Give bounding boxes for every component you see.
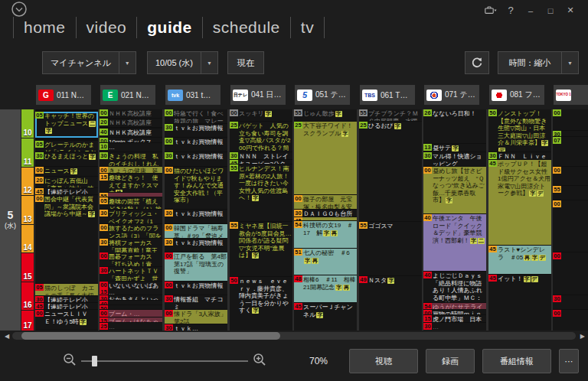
tools-icon[interactable] [481,5,501,16]
program-cell[interactable]: 45 [294,217,357,220]
hour-cell[interactable]: 17 [21,311,34,331]
program-cell[interactable]: 30ブリティッシュ・ベイクオフ2（14）「パ [100,210,162,223]
program-cell[interactable]: 30ＦＮＮ Ｌｉｖｅ Ｎ [488,152,551,159]
program-cell[interactable]: 0010min.ボックス [100,138,162,142]
channel-filter-dropdown[interactable]: マイチャンネル ▼ [42,51,136,74]
program-cell[interactable]: 30きょうの料理 私のイチおし！れんこんレシ [100,152,162,166]
program-cell[interactable]: 10… [100,143,162,151]
program-cell[interactable]: 30… [423,323,486,331]
program-cell[interactable]: 40ＮＨＫ高校講座 世界 [100,129,162,137]
nav-item-schedule[interactable]: schedule [213,18,280,37]
program-cell[interactable]: 00懐ドラ「3人家族」第2話 [165,310,227,324]
program-cell[interactable]: 00旅するためのフランス語（3）「関を紹って [100,224,162,238]
program-cell[interactable]: 20にっぽん百低山「夜叉ヶ池山・岐阜」 [35,177,98,187]
program-cell[interactable]: 00ｔｖｋお買物情報 [165,282,227,295]
channel-header[interactable]: 5051 テ… [295,85,350,105]
program-cell[interactable]: 25… [100,323,162,330]
program-cell[interactable]: 30マル得！快適ショッピング [423,152,486,166]
zoom-out-icon[interactable] [63,353,77,370]
program-cell[interactable]: 25ひるおび字 [359,122,422,221]
program-cell[interactable]: 30情報番組 マチコミ [165,295,227,309]
program-cell[interactable]: 00 [553,167,588,185]
program-cell[interactable]: 40よじごじＤａｙｓ「絶品料理に物語あり！人情あふれる町中華」ＭＣ：長野博 [423,272,486,302]
time-scale-dropdown[interactable]: 時間：縮小 ▼ [498,51,579,74]
program-cell[interactable]: 45キユーピー3分クッキング [230,160,292,164]
nav-item-video[interactable]: video [87,18,127,37]
close-button[interactable]: ✕ [560,5,580,15]
program-cell[interactable]: 45【連続テレビ小説】び [35,303,98,309]
hour-cell[interactable]: 16 [21,282,34,310]
help-button[interactable]: ? [501,5,521,16]
program-cell[interactable]: 45イット！字デ [488,275,551,331]
scroll-right-arrow-icon[interactable]: ▶ [580,333,585,340]
nav-item-guide[interactable]: guide [147,18,192,37]
program-cell[interactable]: 15… [100,288,162,295]
program-cell[interactable]: 15趣味どきっ！ 使えてますか？スマホ終 [100,174,162,192]
program-cell[interactable]: 00猫のひたいほどワイド▽秋もやります！みんなで交通安全大作戦！（平塚市） [165,167,227,209]
now-button[interactable]: 現在 [227,51,264,74]
channel-header[interactable]: 日テレ041 日… [230,85,286,105]
program-cell[interactable]: 30将棋フォーカス「開幕直前！竜王戦七番勝負 [100,239,162,252]
program-cell[interactable]: 51七人の秘密 ＃6字再 [294,249,357,275]
program-cell[interactable]: 00囲碁フォーカス「打ち込め！青春！囲碁の甲 [100,252,162,266]
program-cell[interactable]: 00 [553,200,588,252]
program-cell[interactable]: 30 [553,295,588,309]
program-cell[interactable]: 25バゲット 人気の立ち食い寿司を調査▽高級パスタが200円で作れる？簡単パスタ [230,122,292,151]
program-cell[interactable]: 00特急で行く！食べ放題の旅 マレーシア編 [165,109,227,123]
program-cell[interactable]: 45ラスト♥シンデレラ ＃05再字デ [488,246,551,274]
program-cell[interactable]: 30 [553,131,588,136]
program-cell[interactable]: 00 [553,310,588,331]
program-cell[interactable]: 30ｔｖｋお買物情報 [165,124,227,137]
zoom-in-icon[interactable] [253,353,266,370]
more-button[interactable]: ⋯ [559,349,579,373]
hour-cell[interactable]: 11 [21,138,34,167]
minimize-button[interactable]: – [521,6,541,15]
program-cell[interactable]: 00国会中継「代表質問」～衆議院本会議場から中継～字 [35,195,98,283]
program-cell[interactable]: 00韓国ドラマ「福寿草」＃99「脅迫メール」 [165,224,227,238]
record-button[interactable]: 録画 [426,349,475,373]
hour-cell[interactable]: 15 [21,253,34,282]
program-cell[interactable]: 45ポップＵＰ！【超ド級サクセス女性1億円アクセ＆犬用家電▽山田涼介トーク参戦】… [488,160,551,245]
program-cell[interactable]: 50ｎｅｗｓ ｅｖｅｒｙ．藤井貴彦、陣内貴美子がきょう一日を分かりやすく字 [230,277,292,331]
program-cell[interactable]: 00ブーム・… [100,310,162,317]
program-cell[interactable]: 13昼サテ字 [423,144,486,151]
program-cell[interactable]: 00ｔｖｋお買物情報 [165,138,227,151]
program-cell[interactable]: 26なないろ日和！ [423,109,486,143]
program-cell[interactable]: 05グレーテルのかまど「“ライオンのおや [35,141,98,151]
program-cell[interactable]: 05キャッチ！世界のトップニュース二字 [35,112,98,138]
program-cell[interactable]: 30ｔｖｋお買物情報 [165,239,227,252]
program-cell[interactable]: 30ＮＮＮ ストレイトニュース [230,152,292,159]
program-cell[interactable]: 30ハートネットＴＶ「森田かずよ 世界に一つ [100,267,162,281]
program-cell[interactable]: 15ブーム・はなちゃん [100,318,162,322]
zoom-slider-thumb[interactable] [92,356,97,366]
program-cell[interactable]: 30【連続テレビ小説】び [35,296,98,302]
program-cell[interactable]: 55ミヤネ屋【旧統一教会が5度目会見…関係者が語る疑問▽“女児不明”進展は】字 [230,222,292,276]
date-dropdown[interactable]: 10/05 (水) ▼ [147,51,218,74]
program-cell[interactable]: 00 [553,109,588,130]
program-cell[interactable]: 30ｔｖｋお買物情報 [165,210,227,223]
nav-item-home[interactable]: home [24,18,66,37]
watch-button[interactable]: 視聴 [349,349,418,373]
refresh-button[interactable] [465,51,489,74]
program-cell[interactable]: 30ひるまえほっと字 [35,152,98,166]
program-cell[interactable]: 00江戸を斬る 第4部 第17話「瑠璃玉の復讐」 [165,252,227,281]
program-cell[interactable]: 30おかあさんといっしょ [100,295,162,300]
scrollbar-thumb[interactable] [21,332,280,340]
program-cell[interactable]: 50ノンストップ！【意外な動物驚き生態▽岡山・日本三大庭園▽山田涼介＆川栄李奈】… [488,109,551,151]
program-cell[interactable]: 00ニュース字 [35,167,98,176]
program-cell[interactable]: 25大下容子ワイド！スクランブル字 [294,122,357,194]
program-cell[interactable]: 05猫のしっぽ カエルの手「長く大切に」字 [35,284,98,295]
program-cell[interactable]: 45スーパーＪチャンネル字 [294,303,357,331]
channel-header[interactable]: TOKYO 1 [554,85,588,105]
program-cell[interactable]: 55ヒルナンデス！南原×若林の2人旅！一度は行きたい今女性人気の佐渡島へ！字 [230,164,292,221]
channel-header[interactable]: 081 フ… [489,85,544,105]
program-cell[interactable]: 55じゅん散歩字 [294,109,357,121]
program-cell[interactable]: 55ゴゴスマ [359,222,422,275]
scrollbar-track[interactable] [12,332,576,340]
program-cell[interactable]: 55… [100,193,162,197]
program-cell[interactable]: 00ＮＨＫ高校講座 歴史 [100,109,162,118]
channel-header[interactable]: E021 N… [100,85,155,105]
program-cell[interactable]: 45【連続テレビ小説】舞 [35,188,98,194]
program-cell[interactable]: 00昼めし旅【甘さピーナッツ超え “Ｑなっつ”炊き込みご飯…千葉県香取市】字 [423,167,486,213]
program-cell[interactable]: 30ＤＡＩＧＯも台所 ー [294,210,357,217]
